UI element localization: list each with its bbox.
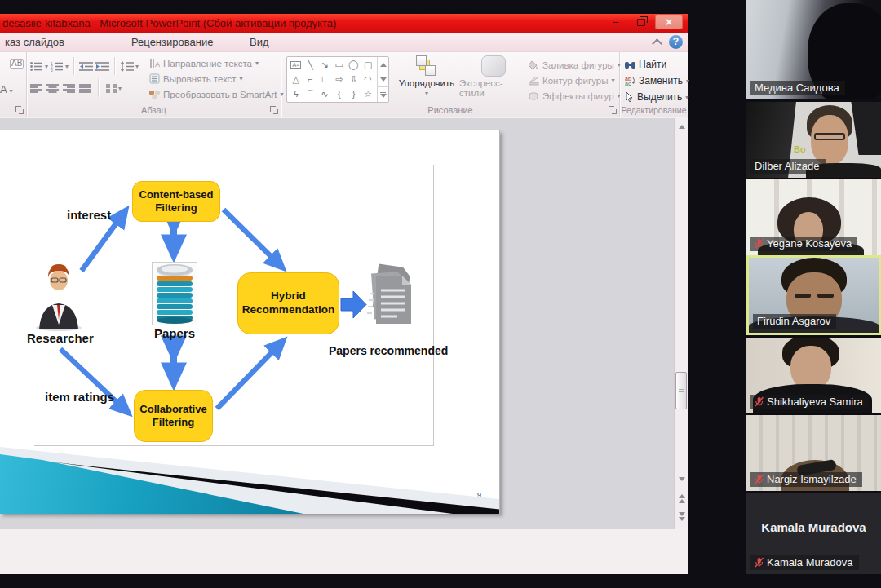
numbering-button[interactable]: 123 ▾ <box>51 61 69 72</box>
dropdown-arrow-icon: ▾ <box>425 90 428 97</box>
align-center-icon[interactable] <box>46 83 59 94</box>
help-icon[interactable]: ? <box>669 35 683 49</box>
star-shape-icon[interactable]: ☆ <box>364 90 372 99</box>
cloud-shape-icon[interactable]: ◠ <box>364 75 372 84</box>
participant-tile[interactable]: Shikhaliyeva Samira <box>746 338 881 413</box>
scroll-up-button[interactable] <box>675 120 688 133</box>
participant-name-label: Shikhaliyeva Samira <box>750 395 869 409</box>
node-collaborative-filtering[interactable]: Collaborative Filtering <box>134 390 213 442</box>
columns-button[interactable]: ▾ <box>105 83 122 94</box>
node-hybrid-recommendation[interactable]: Hybrid Recommendation <box>237 272 339 334</box>
arrange-button[interactable]: Упорядочить ▾ <box>396 55 458 97</box>
select-button[interactable]: Выделить▾ <box>625 89 689 105</box>
participant-tile-active-speaker[interactable]: Firudin Asgarov <box>746 255 881 335</box>
participant-tile[interactable]: Kamala Muradova Kamala Muradova <box>746 493 881 574</box>
align-text-button[interactable]: Выровнять текст▾ <box>149 71 284 86</box>
bullets-button[interactable]: ▾ <box>30 61 48 72</box>
window-title: desasiie-kitabxana - Microsoft PowerPoin… <box>2 14 336 33</box>
tab-slideshow[interactable]: каз слайдов <box>0 33 69 52</box>
text-direction-icon: A <box>149 58 160 69</box>
scroll-down-button[interactable] <box>675 472 688 485</box>
replace-button[interactable]: abac Заменить▾ <box>625 73 689 89</box>
curve-shape-icon[interactable]: ∿ <box>321 90 329 99</box>
line-spacing-icon <box>120 61 134 72</box>
quick-styles-button[interactable]: Экспресс-стили <box>459 55 528 98</box>
restore-icon <box>637 19 645 26</box>
ribbon-tab-row: каз слайдов Рецензирование Вид ? <box>0 33 688 52</box>
minimize-button[interactable]: – <box>604 15 626 29</box>
text-effect-icon[interactable]: A ▾ <box>0 83 13 95</box>
dialog-launcher-icon[interactable] <box>15 106 24 114</box>
rounded-rect-shape-icon[interactable]: ▢ <box>364 60 372 69</box>
numbering-icon: 123 <box>51 61 64 72</box>
shapes-scroll-up[interactable] <box>378 57 388 72</box>
next-slide-button[interactable] <box>675 508 688 524</box>
elbow-arrow-shape-icon[interactable]: ∟ <box>321 75 330 84</box>
triangle-shape-icon[interactable]: △ <box>293 75 299 84</box>
tab-review[interactable]: Рецензирование <box>126 33 218 52</box>
align-left-icon[interactable] <box>30 83 42 94</box>
down-arrow-shape-icon[interactable]: ⇩ <box>350 75 357 84</box>
text-direction-button[interactable]: A Направление текста▾ <box>149 55 284 71</box>
participant-tile[interactable]: Nargiz Ismayilzade <box>746 415 881 491</box>
close-button[interactable]: × <box>655 15 683 29</box>
shapes-gallery[interactable]: A≡ ╲ ↘ ▭ ◯ ▢ △ ⌐ ∟ ⇨ ⇩ ◠ ϟ ⌒ ∿ { } <box>286 56 389 103</box>
participant-name-label: Dilber Alizade <box>750 159 826 174</box>
participant-tile[interactable]: Медина Саидова <box>746 0 881 99</box>
quick-styles-icon <box>481 55 506 77</box>
line-spacing-button[interactable]: ▾ <box>120 61 139 72</box>
right-arrow-shape-icon[interactable]: ⇨ <box>335 75 343 84</box>
elbow-shape-icon[interactable]: ⌐ <box>308 75 312 84</box>
slide-canvas[interactable]: Content-based Filtering Hybrid Recommend… <box>0 130 500 514</box>
group-label-editing: Редактирование <box>620 105 688 115</box>
shapes-scroll-down[interactable] <box>378 72 388 86</box>
arc-shape-icon[interactable]: ⌒ <box>306 90 315 99</box>
decrease-indent-button[interactable] <box>79 61 93 72</box>
shape-outline-button[interactable]: Контур фигуры▾ <box>529 73 621 88</box>
find-button[interactable]: Найти <box>625 56 689 73</box>
columns-icon <box>105 83 117 94</box>
convert-smartart-button[interactable]: Преобразовать в SmartArt▾ <box>149 86 284 102</box>
smartart-icon <box>149 89 160 99</box>
dropdown-arrow-icon: ▾ <box>65 63 69 70</box>
participant-tile[interactable]: Bo Dilber Alizade <box>746 102 881 178</box>
arrow-shape-icon[interactable]: ↘ <box>321 60 329 69</box>
shapes-more-button[interactable] <box>378 86 388 102</box>
shape-fill-icon <box>529 60 539 70</box>
muted-mic-icon <box>755 396 764 407</box>
dialog-launcher-icon[interactable] <box>609 106 617 114</box>
slide-editing-area: Content-based Filtering Hybrid Recommend… <box>0 118 688 529</box>
muted-mic-icon <box>755 238 764 249</box>
line-shape-icon[interactable]: ╲ <box>308 60 313 69</box>
textbox-shape-icon[interactable]: A≡ <box>290 61 301 69</box>
tab-view[interactable]: Вид <box>245 33 274 52</box>
collapse-ribbon-icon[interactable] <box>653 39 662 46</box>
restore-button[interactable] <box>630 15 652 29</box>
clear-formatting-icon[interactable]: AB <box>10 59 24 69</box>
justify-icon[interactable] <box>79 83 91 94</box>
participant-name-label: Медина Саидова <box>750 81 845 95</box>
previous-slide-button[interactable] <box>675 490 688 506</box>
scrollbar-thumb[interactable] <box>675 372 687 409</box>
increase-indent-button[interactable] <box>95 61 109 72</box>
participant-name-label: Kamala Muradova <box>750 555 859 570</box>
rectangle-shape-icon[interactable]: ▭ <box>335 60 343 69</box>
title-bar[interactable]: desasiie-kitabxana - Microsoft PowerPoin… <box>0 14 688 33</box>
dialog-launcher-icon[interactable] <box>270 106 278 114</box>
scribble-shape-icon[interactable]: ϟ <box>294 90 299 99</box>
align-text-icon <box>149 73 160 84</box>
ribbon: AB A ▾ ▾ 123 ▾ <box>0 52 688 117</box>
group-label-drawing: Рисование <box>281 105 619 115</box>
participant-placeholder-name: Kamala Muradova <box>746 520 881 534</box>
oval-shape-icon[interactable]: ◯ <box>348 60 358 69</box>
dropdown-arrow-icon: ▾ <box>686 77 689 85</box>
shape-effects-button[interactable]: Эффекты фигур▾ <box>529 88 621 104</box>
ribbon-group-partial: AB A ▾ <box>0 52 27 117</box>
shape-fill-button[interactable]: Заливка фигуры▾ <box>529 57 621 73</box>
align-right-icon[interactable] <box>63 83 75 94</box>
participant-tile[interactable]: Yeganə Kosayeva <box>746 179 881 255</box>
node-content-based-filtering[interactable]: Content-based Filtering <box>132 181 220 222</box>
right-brace-shape-icon[interactable]: } <box>352 90 356 99</box>
vertical-scrollbar[interactable] <box>674 118 688 529</box>
left-brace-shape-icon[interactable]: { <box>338 90 341 99</box>
